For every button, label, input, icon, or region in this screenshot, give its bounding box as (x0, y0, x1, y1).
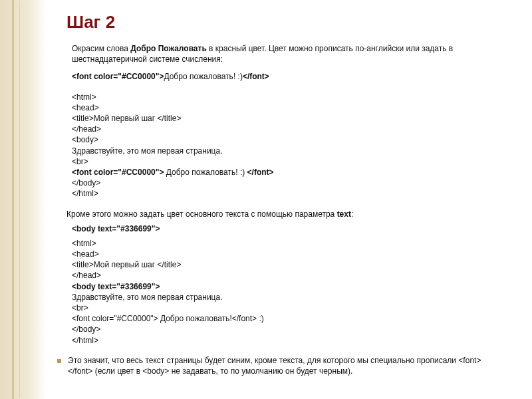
c1l10: </html> (72, 189, 98, 198)
c1l8c: </font> (247, 168, 274, 177)
para2-after: : (351, 209, 353, 219)
bullet-icon (57, 359, 61, 363)
intro-bold: Добро Пожаловать (130, 44, 207, 53)
example-font-line: <font color="#CC0000">Добро пожаловать! … (72, 71, 505, 82)
code-block-1: <html> <head> <title>Мой первый шаг </ti… (72, 92, 505, 200)
c2l4: </head> (72, 271, 101, 280)
c2l8: <font color="#CC0000"> Добро пожаловать!… (72, 314, 264, 323)
para-text-color: Кроме этого можно задать цвет основного … (66, 209, 505, 219)
c2l5: <body text="#336699"> (72, 282, 160, 291)
c1l7: <br> (72, 157, 88, 166)
font-mid: Добро пожаловать! :) (164, 72, 242, 81)
page-title: Шаг 2 (66, 11, 505, 34)
para2-before: Кроме этого можно задать цвет основного … (66, 209, 337, 219)
c2l6: Здравствуйте, это моя первая страница. (72, 293, 222, 302)
c1l5: <body> (72, 135, 98, 144)
slide-content: Шаг 2 Окрасим слова Добро Пожаловать в к… (0, 0, 532, 390)
font-close: </font> (243, 72, 269, 81)
c1l8a: <font color="#CC0000"> (72, 168, 164, 177)
c1l8b: Добро пожаловать! :) (164, 168, 247, 177)
font-open: <font color="#CC0000"> (72, 72, 164, 81)
c2l9: </body> (72, 325, 100, 334)
body-text-example: <body text="#336699"> (72, 223, 505, 234)
c1l1: <html> (72, 92, 96, 102)
bullet-item: Это значит, что весь текст страницы буде… (66, 355, 505, 376)
bullet-text: Это значит, что весь текст страницы буде… (68, 355, 505, 376)
intro-paragraph: Окрасим слова Добро Пожаловать в красный… (72, 43, 505, 65)
c1l9: </body> (72, 178, 100, 188)
c1l3: <title>Мой первый шаг </title> (72, 114, 181, 123)
c2l7: <br> (72, 303, 88, 313)
code-block-2: <html> <head> <title>Мой первый шаг </ti… (72, 238, 505, 346)
para2-bold: text (337, 209, 351, 219)
c2l10: </html> (72, 336, 98, 345)
c2l1: <html> (72, 239, 96, 248)
body-example-line: <body text="#336699"> (72, 224, 160, 233)
c2l2: <head> (72, 249, 99, 259)
c1l4: </head> (72, 124, 101, 134)
intro-text-before: Окрасим слова (72, 44, 130, 53)
c1l2: <head> (72, 103, 99, 112)
c2l3: <title>Мой первый шаг </title> (72, 260, 181, 269)
c1l6: Здравствуйте, это моя первая страница. (72, 146, 222, 156)
